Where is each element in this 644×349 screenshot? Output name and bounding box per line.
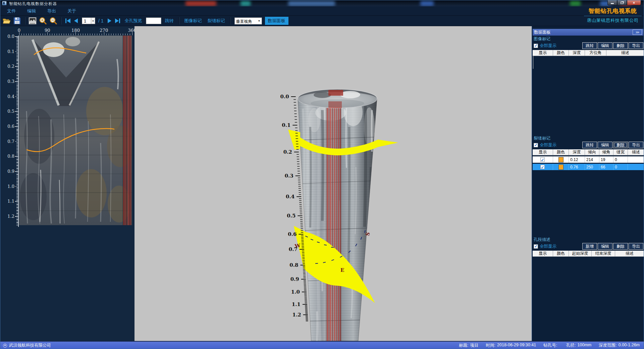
collapse-panel-button[interactable]: >> <box>633 30 642 35</box>
ruler-tick <box>15 96 18 97</box>
view-angle-value: 垂直视角 <box>235 18 257 24</box>
jump-button[interactable]: 跳转 <box>582 142 597 148</box>
data-panel: 数据面板 >> 图像标记 全部显示 跳转 编辑 删除 导出 显示 <box>532 26 644 341</box>
page-number-spinner[interactable]: 1 ▼ <box>82 17 95 24</box>
col-azimuth: 方位角 <box>585 50 606 56</box>
maximize-button[interactable] <box>617 0 627 5</box>
ruler-tick <box>16 176 18 177</box>
zoom-out-button[interactable] <box>49 17 58 25</box>
viewer-3d[interactable]: 0.00.10.20.30.40.50.60.70.80.91.01.11.2 … <box>135 26 532 341</box>
ruler-tick <box>16 164 18 164</box>
ruler-tick <box>61 34 62 35</box>
ruler-tick <box>99 34 100 35</box>
add-button[interactable]: 新增 <box>582 243 597 250</box>
compass-tick <box>324 245 327 245</box>
first-page-button[interactable] <box>64 18 71 24</box>
ruler-tick <box>16 155 18 155</box>
export-button[interactable]: 导出 <box>629 142 643 148</box>
ruler-tick <box>16 98 18 98</box>
edit-button[interactable]: 编辑 <box>598 42 612 49</box>
ruler-tick <box>36 34 36 35</box>
show-all-checkbox[interactable] <box>534 143 538 147</box>
ruler-tick <box>16 117 18 118</box>
menu-about[interactable]: 关于 <box>63 7 81 15</box>
ruler-tick <box>75 32 76 35</box>
last-page-button[interactable] <box>114 18 121 24</box>
row-show-checkbox[interactable] <box>540 165 545 169</box>
ruler-tick <box>16 77 18 78</box>
ruler-tick <box>16 219 18 220</box>
jump-button[interactable]: 跳转 <box>163 17 176 25</box>
ruler-tick <box>15 126 18 127</box>
ruler-tick <box>16 60 18 61</box>
ruler-tick <box>54 34 55 35</box>
fracture-markers-table-header: 显示 颜色 深度 倾向 倾角 缝宽 描述 <box>533 149 644 155</box>
ruler-tick <box>16 177 18 178</box>
row-show-checkbox[interactable] <box>540 157 545 162</box>
fracture-row-1[interactable]: 0.12 214 19 0 <box>533 156 644 163</box>
borehole-image-2d[interactable] <box>19 36 132 225</box>
delete-button[interactable]: 删除 <box>613 42 628 49</box>
depth-label-3d: 0.3 <box>285 173 293 179</box>
ruler-tick <box>16 210 18 211</box>
app-window: 智能钻孔电视数据分析器 × 文件 编辑 导出 关于 <box>0 0 644 349</box>
menu-file[interactable]: 文件 <box>2 7 20 15</box>
export-button[interactable]: 导出 <box>629 42 643 49</box>
open-file-button[interactable] <box>2 17 11 25</box>
ruler-tick <box>15 216 18 217</box>
ruler-tick <box>64 34 64 35</box>
zoom-in-button[interactable] <box>39 17 47 25</box>
full-hole-preview-button[interactable]: 全孔预览 <box>123 17 144 25</box>
delete-button[interactable]: 删除 <box>613 142 628 148</box>
cell-aperture: 0 <box>613 164 628 170</box>
fracture-row-2-selected[interactable]: 0.76 250 66 0 <box>533 164 644 170</box>
show-all-checkbox[interactable] <box>534 44 538 48</box>
jump-button[interactable]: 跳转 <box>582 42 597 49</box>
menu-export[interactable]: 导出 <box>43 7 61 15</box>
ruler-tick <box>16 197 18 197</box>
ruler-tick <box>16 104 18 104</box>
menu-edit[interactable]: 编辑 <box>22 7 41 15</box>
prev-page-button[interactable] <box>73 18 79 24</box>
depth-label-2d: 0.7 <box>3 139 14 144</box>
chevron-down-icon[interactable]: ▼ <box>91 18 95 24</box>
color-swatch[interactable] <box>558 157 564 162</box>
edit-button[interactable]: 编辑 <box>598 243 612 250</box>
status-depth-range: 深度范围:0.00-1.26m <box>599 343 640 348</box>
window-titlebar[interactable]: 智能钻孔电视数据分析器 × <box>0 0 644 6</box>
ruler-tick <box>95 34 95 35</box>
ruler-tick <box>52 34 52 35</box>
ruler-tick <box>16 101 18 101</box>
minimize-button[interactable] <box>607 0 617 5</box>
cell-dip-angle: 66 <box>599 164 613 170</box>
color-swatch[interactable] <box>558 164 564 170</box>
jump-depth-input[interactable] <box>146 17 161 24</box>
image-adjust-button[interactable] <box>28 17 37 25</box>
ruler-tick <box>16 41 18 41</box>
close-button[interactable]: × <box>627 0 641 5</box>
ruler-tick <box>43 34 43 35</box>
next-page-button[interactable] <box>107 18 112 24</box>
ruler-tick <box>16 198 18 199</box>
save-button[interactable] <box>13 17 21 25</box>
copyright-text: 武汉领航科技有限公司 <box>9 343 51 348</box>
show-all-checkbox[interactable] <box>534 244 538 249</box>
view-angle-select[interactable]: 垂直视角 ▼ <box>234 17 262 24</box>
fracture-marker-mode-button[interactable]: 裂缝标记 <box>206 17 227 25</box>
image-marker-mode-button[interactable]: 图像标记 <box>182 17 204 25</box>
data-panel-toggle-button[interactable]: 数据面板 <box>265 17 288 25</box>
delete-button[interactable]: 删除 <box>613 243 628 250</box>
export-button[interactable]: 导出 <box>629 243 643 250</box>
ruler-tick <box>16 72 18 73</box>
ruler-tick <box>16 167 18 167</box>
depth-label-2d: 1.1 <box>3 199 14 204</box>
ruler-tick <box>16 122 18 122</box>
col-color: 颜色 <box>553 149 569 155</box>
ruler-tick <box>40 34 41 35</box>
depth-label-3d: 1.1 <box>292 301 301 307</box>
ruler-tick <box>102 34 102 35</box>
copyright-icon <box>3 344 7 348</box>
edit-button[interactable]: 编辑 <box>598 142 612 148</box>
main-area: 090180270360 0.00.10.20.30.40.50.60.70.8… <box>0 26 644 341</box>
image-markers-controls: 全部显示 跳转 编辑 删除 导出 <box>533 42 644 49</box>
